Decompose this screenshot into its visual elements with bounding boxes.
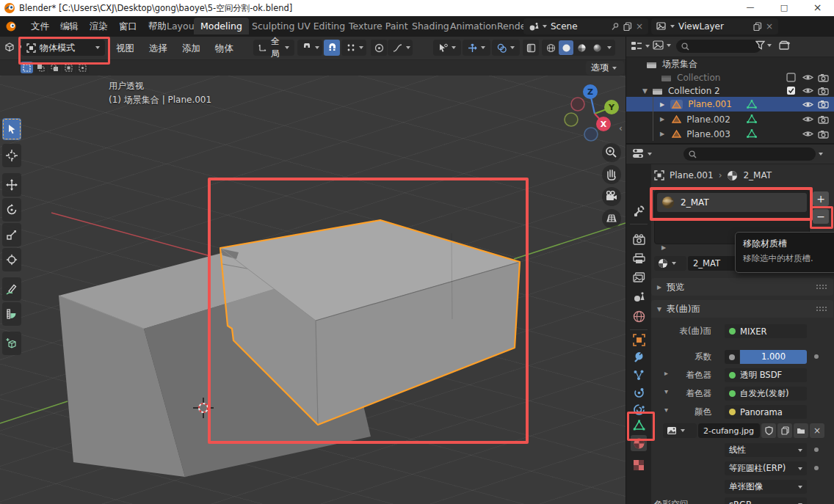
panel-drag-handle-icon[interactable] — [816, 284, 827, 290]
tab-material[interactable] — [631, 435, 647, 451]
gizmos-dropdown[interactable] — [463, 40, 490, 56]
disable-render-camera-icon[interactable] — [818, 115, 829, 124]
outliner-row-scene-collection[interactable]: 场景集合 — [626, 57, 834, 71]
unlink-scene-icon[interactable]: × — [636, 21, 643, 32]
blender-menu-icon[interactable] — [5, 21, 17, 32]
image-fake-user-shield-button[interactable] — [761, 423, 776, 438]
viewlayer-selector[interactable]: ViewLayer × — [651, 18, 778, 34]
material-slot-name[interactable]: 2_MAT — [681, 197, 709, 208]
overlays-dropdown[interactable] — [492, 40, 520, 56]
projection-dropdown[interactable]: 等距圆柱(ERP) — [725, 461, 807, 475]
panel-preview-header[interactable]: ▸ 预览 — [651, 278, 833, 296]
outliner-row-collection[interactable]: Collection — [626, 70, 834, 84]
browse-image-button[interactable] — [663, 423, 697, 438]
tab-texture-paint[interactable]: Texture Paint — [342, 18, 415, 34]
maximize-button[interactable]: □ — [767, 0, 801, 16]
tab-world[interactable] — [633, 310, 645, 323]
tool-add-cube[interactable] — [2, 332, 21, 355]
outliner-row-plane-003[interactable]: ▶ Plane.003 — [626, 127, 834, 141]
tool-rotate[interactable] — [2, 198, 21, 222]
new-collection-button[interactable] — [779, 40, 791, 51]
mode-dropdown[interactable]: 物体模式 — [21, 40, 105, 56]
decorator-dot[interactable] — [814, 466, 819, 470]
outliner-display-mode-button[interactable] — [653, 40, 671, 51]
tab-modifiers[interactable] — [633, 351, 645, 364]
shader2-value-button[interactable]: 自发光(发射) — [725, 387, 807, 401]
tab-particles[interactable] — [633, 369, 645, 381]
remove-material-slot-button[interactable]: − — [813, 209, 829, 224]
show-hide-dropdown[interactable] — [433, 40, 461, 56]
open-image-folder-button[interactable] — [794, 423, 808, 438]
tab-object-data[interactable] — [633, 420, 645, 431]
new-viewlayer-icon[interactable] — [753, 22, 762, 31]
image-source-dropdown[interactable]: 单张图像 — [725, 480, 807, 494]
select-mode-subtract-button[interactable] — [48, 62, 61, 73]
breadcrumb-object[interactable]: Plane.001 — [670, 170, 714, 180]
add-material-slot-button[interactable]: + — [813, 191, 829, 206]
proportional-edit-toggle[interactable] — [371, 40, 387, 56]
outliner-filter-button[interactable] — [755, 40, 772, 50]
shading-rendered-button[interactable] — [590, 40, 604, 55]
camera-view-button[interactable] — [602, 187, 621, 206]
color-value-button[interactable]: Panorama — [725, 405, 807, 419]
scene-selector[interactable]: Scene × — [523, 18, 648, 34]
menu-select[interactable]: 选择 — [145, 41, 172, 56]
properties-editor-type-button[interactable] — [632, 147, 652, 160]
properties-search-input[interactable] — [683, 147, 816, 161]
menu-object[interactable]: 物体 — [211, 41, 238, 56]
new-scene-icon[interactable] — [623, 22, 632, 31]
tool-select-box[interactable] — [2, 118, 21, 140]
disable-render-camera-icon[interactable] — [818, 100, 829, 109]
outliner-row-plane-002[interactable]: ▶ Plane.002 — [626, 112, 834, 126]
outliner-search-input[interactable] — [676, 40, 761, 53]
properties-options-dropdown-icon[interactable] — [819, 153, 823, 156]
decorator-dot[interactable] — [814, 448, 819, 452]
tab-modeling[interactable]: Modeling — [194, 18, 249, 34]
remove-viewlayer-icon[interactable]: × — [766, 21, 773, 32]
row-label[interactable]: Plane.002 — [686, 114, 730, 125]
scene-name[interactable]: Scene — [551, 21, 607, 32]
tool-measure[interactable] — [2, 302, 21, 326]
panel-surface-header[interactable]: ▾ 表(曲)面 — [651, 300, 833, 318]
menu-edit[interactable]: 编辑 — [56, 19, 83, 34]
snap-with-dropdown[interactable] — [341, 40, 366, 56]
tab-render[interactable] — [633, 234, 645, 245]
expand-triangle-icon[interactable]: ▶ — [660, 116, 664, 123]
shading-dropdown-icon[interactable] — [607, 46, 612, 49]
tool-move[interactable] — [2, 173, 21, 197]
tab-constraints[interactable] — [633, 403, 645, 416]
select-mode-intersect-button[interactable] — [76, 62, 89, 73]
tab-scene[interactable] — [633, 291, 645, 302]
browse-material-button[interactable] — [654, 256, 686, 271]
tab-texture[interactable] — [633, 459, 645, 471]
panel-drag-handle-icon[interactable] — [816, 306, 827, 312]
shading-solid-button[interactable] — [559, 40, 573, 55]
zoom-button[interactable] — [602, 143, 621, 162]
close-button[interactable]: × — [801, 0, 834, 16]
hide-eye-icon[interactable] — [802, 101, 813, 109]
scene-canvas[interactable]: Z Y X ‹ 用户透视 (1) 场景集合 | Plane.001 — [0, 76, 626, 504]
viewlayer-name[interactable]: ViewLayer — [678, 21, 750, 32]
row-label[interactable]: Collection 2 — [668, 86, 720, 96]
interpolation-dropdown[interactable]: 线性 — [725, 443, 807, 457]
xray-toggle[interactable] — [523, 40, 539, 56]
menu-render[interactable]: 渲染 — [85, 19, 112, 34]
row-label[interactable]: Collection — [677, 73, 720, 83]
disable-render-camera-icon[interactable] — [818, 130, 829, 139]
navigation-gizmo[interactable]: Z Y X — [565, 84, 619, 141]
transform-orientation-dropdown[interactable]: 全局 — [253, 40, 294, 56]
hide-eye-icon[interactable] — [802, 115, 813, 123]
slot-specials-expander-icon[interactable]: ▶ — [661, 244, 666, 251]
hide-eye-icon[interactable] — [802, 130, 813, 138]
colorspace-dropdown[interactable]: sRGB — [725, 497, 807, 504]
perspective-toggle-button[interactable] — [602, 209, 621, 228]
sidebar-collapse-icon[interactable]: ‹ — [619, 123, 623, 134]
tool-annotate[interactable] — [2, 277, 21, 301]
disable-render-camera-icon[interactable] — [818, 87, 829, 95]
select-mode-extend-button[interactable] — [35, 62, 47, 73]
expand-triangle-icon[interactable]: ▶ — [660, 101, 664, 108]
editor-type-button[interactable] — [3, 40, 23, 54]
surface-value-button[interactable]: MIXER — [725, 324, 807, 338]
pin-icon[interactable] — [611, 22, 620, 31]
outliner-row-plane-001[interactable]: ▶ Plane.001 — [626, 97, 834, 112]
